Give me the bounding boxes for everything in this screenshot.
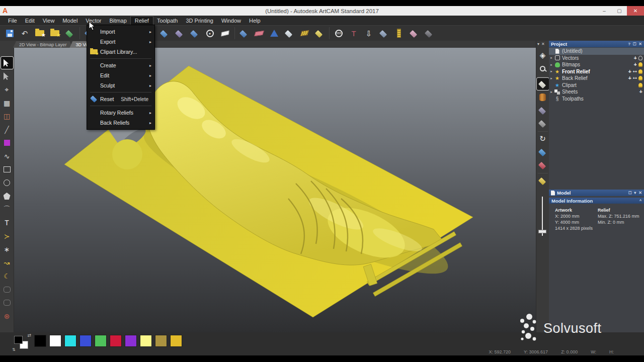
fillet-tool[interactable] [1, 284, 13, 296]
palette-swatch-0[interactable] [34, 335, 46, 347]
zoom-view-button[interactable] [537, 62, 549, 74]
expand-arrow-icon[interactable]: ▸ [549, 76, 554, 80]
lit-relief-button[interactable] [537, 174, 549, 187]
draft-plane-button[interactable] [537, 78, 549, 90]
tree-row-front-relief[interactable]: ▸★Front Relief+++ [549, 68, 644, 75]
model-close-icon[interactable]: ✕ [638, 191, 642, 196]
expand-arrow-icon[interactable]: ▸ [549, 69, 554, 73]
tab-2d-view-bitmap-layer[interactable]: 2D View - Bitmap Layer [13, 41, 72, 48]
interlacing-button[interactable] [392, 27, 406, 40]
tree-row-back-relief[interactable]: ▸★Back Relief+++ [549, 75, 644, 82]
vector-arrow-tool[interactable]: ≻ [1, 230, 13, 242]
palette-swatch-7[interactable] [140, 335, 152, 347]
mirror-tool[interactable]: ◫ [1, 110, 13, 122]
relief-lasso-button[interactable] [173, 27, 186, 40]
paste-along-curve-tool[interactable]: ∗ [1, 243, 13, 255]
visibility-bulb-icon[interactable] [638, 83, 642, 87]
relief-star-button[interactable]: ★ [203, 27, 216, 40]
minimize-button[interactable]: – [597, 6, 612, 16]
relief-menu-item-create[interactable]: Create▸ [87, 60, 154, 70]
emboss-relief-button[interactable] [313, 27, 326, 40]
model-information-header[interactable]: Model Information ^ [549, 198, 644, 204]
zoom-slider[interactable] [536, 197, 548, 242]
layer-stack-button[interactable] [537, 104, 549, 116]
menu-item-window[interactable]: Window [217, 17, 245, 25]
relief-menu-item-sculpt[interactable]: Sculpt▸ [87, 80, 154, 90]
menu-item-file[interactable]: File [4, 17, 21, 25]
menu-item-view[interactable]: View [39, 17, 59, 25]
strip-collapse-button[interactable]: ▾ [537, 42, 539, 46]
expand-arrow-icon[interactable]: ▸ [549, 90, 554, 94]
open-clipart-folder-button[interactable]: ★ [33, 27, 46, 40]
collapse-chevron-icon[interactable]: ^ [639, 199, 641, 203]
add-icon[interactable]: + [639, 89, 642, 95]
close-button[interactable]: ✕ [627, 6, 644, 16]
add-icon[interactable]: + [634, 55, 637, 61]
weave-wizard-button[interactable] [298, 27, 311, 40]
palette-swatch-1[interactable] [49, 335, 61, 347]
sculpt-knife-tool[interactable]: ╱ [1, 124, 13, 136]
ellipse-tool[interactable] [1, 177, 13, 189]
palette-swatch-4[interactable] [95, 335, 107, 347]
tree-row-untitled[interactable]: (Untitled) [549, 48, 644, 55]
menu-item-relief[interactable]: Relief [131, 17, 153, 25]
add-pair-icon[interactable]: ++ [633, 70, 637, 73]
palette-swatch-5[interactable] [110, 335, 122, 347]
curve-tool[interactable]: ↝ [1, 257, 13, 269]
add-icon[interactable]: + [628, 75, 631, 81]
add-pair-icon[interactable]: ++ [633, 77, 637, 79]
add-icon[interactable]: + [628, 69, 631, 74]
model-min-icon[interactable]: ▾ [634, 191, 636, 196]
palette-swatch-2[interactable] [64, 335, 76, 347]
tree-row-sheets[interactable]: ▸Sheets+ [549, 88, 644, 96]
palette-swatch-3[interactable] [79, 335, 92, 347]
text-tool[interactable]: T [1, 217, 13, 229]
relief-menu-item-reset[interactable]: ResetShift+Delete [87, 94, 154, 104]
menu-item-model[interactable]: Model [58, 17, 82, 25]
trim-tool[interactable] [1, 297, 13, 309]
raise-relief-button[interactable] [158, 27, 171, 40]
zero-plane-button[interactable] [283, 27, 296, 40]
add-icon[interactable]: + [634, 62, 637, 67]
relief-menu-item-clipart-library[interactable]: ★Clipart Library... [87, 47, 154, 57]
relief-menu-item-export[interactable]: Export▸ [87, 37, 154, 47]
bitmap-select-tool[interactable] [1, 137, 13, 149]
import-relief-button[interactable]: ⇩ [362, 27, 375, 40]
palette-swatch-8[interactable] [155, 335, 167, 347]
erase-relief-button[interactable] [218, 27, 231, 40]
menu-item-help[interactable]: Help [245, 17, 265, 25]
pin-icon[interactable]: ⏍ [633, 42, 636, 47]
palette-swatch-6[interactable] [125, 335, 137, 347]
tree-row-vectors[interactable]: ▸Vectors+ [549, 55, 644, 62]
restore-button[interactable]: ▢ [612, 6, 627, 16]
extrude-button[interactable] [268, 27, 281, 40]
tree-row-clipart[interactable]: ★Clipart [549, 82, 644, 89]
relief-menu-item-back-reliefs[interactable]: Back Reliefs▸ [87, 118, 154, 128]
panel-close-icon[interactable]: ✕ [638, 42, 642, 47]
relief-menu-item-import[interactable]: Import▸ [87, 27, 154, 37]
cylinder-view-button[interactable] [537, 91, 549, 103]
clipart-library-button[interactable]: ★ [48, 27, 61, 40]
isometric-view-button[interactable]: ◈ [537, 49, 549, 61]
visibility-bulb-icon[interactable] [638, 69, 642, 74]
relief-layer-stack-button[interactable] [377, 27, 390, 40]
transform-tool[interactable]: ⌖ [1, 83, 13, 96]
smooth-relief-button[interactable] [188, 27, 201, 40]
red-layer-button[interactable] [537, 159, 549, 171]
arc-tool[interactable]: ⌒ [1, 204, 13, 216]
menu-item-edit[interactable]: Edit [21, 17, 39, 25]
envelope-curve-tool[interactable]: ☾ [1, 270, 13, 282]
select-tool[interactable] [1, 57, 13, 69]
expand-arrow-icon[interactable]: ▸ [549, 56, 554, 60]
mesh-creator-button[interactable] [408, 27, 421, 40]
visibility-bulb-icon[interactable] [638, 62, 642, 67]
visibility-bulb-icon[interactable] [638, 76, 642, 80]
menu-item-bitmap[interactable]: Bitmap [106, 17, 131, 25]
menu-item-toolpath[interactable]: Toolpath [153, 17, 182, 25]
model-pin-icon[interactable]: ⏍ [628, 191, 631, 196]
face-wizard-button[interactable]: 555 [332, 27, 345, 40]
offset-relief-button[interactable] [237, 27, 251, 40]
envelope-distort-tool[interactable]: ▦ [1, 97, 13, 109]
expand-arrow-icon[interactable]: ▸ [549, 63, 554, 67]
blue-layers-button[interactable] [537, 146, 549, 158]
